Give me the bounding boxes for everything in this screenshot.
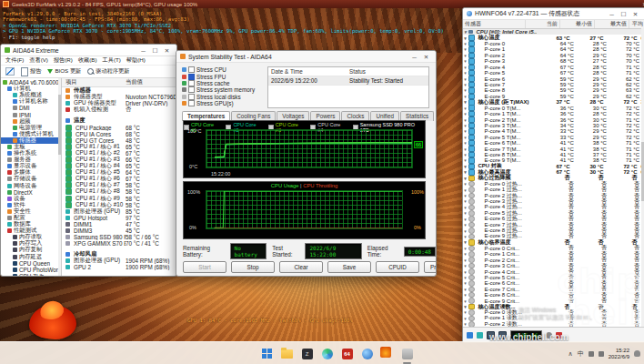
sensor-row[interactable]: CPU IA Cores 68 °C <box>62 131 176 137</box>
tree-item[interactable]: 安全性 <box>1 208 61 215</box>
minimize-icon[interactable]: ─ <box>606 9 618 19</box>
driver-update-button[interactable]: 驱动程序更新 <box>87 67 129 76</box>
aida64-taskbar-button[interactable]: 64 <box>340 347 354 360</box>
hwinfo-sensor-row[interactable]: ▾ P-core 1 64 °C 28 °C 72 °C 66 °C <box>463 46 644 52</box>
hwinfo-sensor-row[interactable]: ▾ 核心温度 (距 TjMAX) 37 °C 28 °C 72 °C 37 °C <box>463 99 644 105</box>
layout-arrows-icon[interactable] <box>477 332 483 339</box>
expand-arrow-icon[interactable]: ▾ <box>463 169 468 175</box>
sensor-row[interactable]: XPG GAMMIX S70 BLADE 70 °C / 41 °C <box>62 240 176 247</box>
expand-arrow-icon[interactable]: ▾ <box>463 41 468 46</box>
expand-arrow-icon[interactable]: ▾ <box>463 234 468 239</box>
tree-item[interactable]: DMI <box>1 105 61 111</box>
expand-arrow-icon[interactable]: ▾ <box>463 280 468 286</box>
tree-item[interactable]: CPU PhotoWorxx <box>1 267 61 273</box>
menu-item[interactable]: 查看(V) <box>29 56 48 65</box>
hwinfo-sensor-row[interactable]: ▾ E-core 6 T(M... 41 °C 38 °C 71 °C 42 °… <box>463 140 644 146</box>
action-button[interactable]: Clear <box>279 261 323 273</box>
stress-checkbox[interactable] <box>188 94 195 100</box>
stress-checkbox[interactable] <box>188 100 195 106</box>
expand-arrow-icon[interactable]: ▾ <box>463 65 468 70</box>
close-icon[interactable]: ✕ <box>420 52 432 62</box>
hwinfo-sensor-row[interactable]: ▾ E-core 6 59 °C 29 °C 62 °C 58 °C <box>463 76 644 81</box>
expand-arrow-icon[interactable]: ▾ <box>463 140 468 146</box>
tree-item[interactable]: 内存延迟 <box>1 254 61 260</box>
tray-overflow-chevron-icon[interactable]: ∧ <box>569 350 573 358</box>
expand-arrow-icon[interactable]: ▾ <box>463 292 468 298</box>
maximize-icon[interactable]: ☐ <box>149 46 161 56</box>
menu-item[interactable]: 报告(R) <box>54 56 73 65</box>
stress-option[interactable]: Stress system memory <box>182 86 255 93</box>
hwinfo-sensor-row[interactable]: ▾ E-core 8 T(M... 41 °C 37 °C 71 °C 42 °… <box>463 152 644 157</box>
expand-arrow-icon[interactable]: ▾ <box>463 111 468 116</box>
stability-test-titlebar[interactable]: System Stability Test - AIDA64 ─ ✕ <box>176 51 436 63</box>
volume-icon[interactable] <box>599 351 604 357</box>
sensor-row[interactable]: DIMM1 47 °C <box>62 221 176 228</box>
expand-arrow-icon[interactable]: ▾ <box>463 106 468 111</box>
expand-arrow-icon[interactable]: ▾ <box>463 157 468 163</box>
expand-arrow-icon[interactable]: ▾ <box>463 76 468 82</box>
tree-item[interactable]: 传感器 <box>1 137 61 144</box>
sensor-row[interactable]: 温度 <box>62 117 176 124</box>
action-button[interactable]: CPUID <box>376 261 419 273</box>
hwinfo-sensor-row[interactable]: ▾ 核心温度 63 °C 27 °C 72 °C 63 °C <box>463 35 644 40</box>
action-button[interactable]: Stop <box>231 261 275 273</box>
expand-arrow-icon[interactable]: ▾ <box>463 164 468 169</box>
network-icon[interactable] <box>589 351 594 357</box>
expand-arrow-icon[interactable]: ▾ <box>463 205 468 210</box>
hwinfo-taskbar-button[interactable] <box>360 347 374 360</box>
menu-item[interactable]: 收藏(B) <box>78 56 97 65</box>
tree-item[interactable]: 配置 <box>1 215 61 221</box>
expand-arrow-icon[interactable]: ▾ <box>463 181 468 187</box>
sensor-row[interactable]: 图形处理器 (GPU) 1904 RPM (68%) <box>62 258 176 264</box>
expand-arrow-icon[interactable]: ▾ <box>463 275 468 280</box>
expand-arrow-icon[interactable]: ▾ <box>463 263 468 268</box>
sensor-row[interactable]: DIMM3 45 °C <box>62 228 176 234</box>
expand-arrow-icon[interactable]: ▾ <box>463 152 468 157</box>
hwinfo-sensor-row[interactable]: ▾ P-core 5 T(M... 33 °C 29 °C 72 °C 33 °… <box>463 135 644 140</box>
notification-bell-icon[interactable] <box>634 350 640 357</box>
expand-arrow-icon[interactable]: ▾ <box>463 228 468 234</box>
sensor-row[interactable]: 图形处理器 (GPU) 85 °C <box>62 208 176 215</box>
menu-item[interactable]: 文件(F) <box>5 56 24 65</box>
hwinfo-sensor-row[interactable]: ▾ P-core 5 67 °C 28 °C 71 °C 67 °C <box>463 70 644 76</box>
sensor-row[interactable]: GPU 2 1900 RPM (68%) <box>62 264 176 270</box>
menu-item[interactable]: 帮助(H) <box>126 56 146 65</box>
hwinfo-sensor-row[interactable]: ▾ P-core 4 67 °C 28 °C 71 °C 66 °C <box>463 65 644 70</box>
aida64-titlebar[interactable]: AIDA64 Extreme ─ ☐ ✕ <box>1 45 176 56</box>
tree-item[interactable]: CPU Queen <box>1 260 61 267</box>
expand-arrow-icon[interactable]: ▾ <box>463 94 468 99</box>
tree-item[interactable]: CPU ZLib <box>1 273 61 277</box>
hwinfo-sensor-row[interactable]: ▾ P-core 0 64 °C 28 °C 70 °C 63 °C <box>463 41 644 46</box>
expand-arrow-icon[interactable]: ▾ <box>463 193 468 198</box>
log-row[interactable]: 2022/6/9 15:22:00 Stability Test: Starte… <box>268 76 428 86</box>
sensor-row[interactable]: Samsung SSD 980 PRO 1TB 58 °C / 66 °C <box>62 234 176 240</box>
close-icon[interactable]: ✕ <box>161 46 173 56</box>
hwinfo-titlebar[interactable]: HWiNFO64 v7.22-4731 — 传感器状态 ─ ☐ ✕ <box>463 8 644 20</box>
stress-checkbox[interactable] <box>188 80 195 86</box>
tree-item[interactable]: 网络设备 <box>1 183 61 189</box>
expand-arrow-icon[interactable]: ▾ <box>463 70 468 76</box>
expand-arrow-icon[interactable]: ▾ <box>463 87 468 93</box>
hwinfo-sensor-row[interactable]: ▾ E-core 8 59 °C 29 °C 63 °C 58 °C <box>463 87 644 93</box>
expand-arrow-icon[interactable]: ▾ <box>463 217 468 222</box>
stress-option[interactable]: Stress FPU <box>182 73 255 79</box>
stress-checkbox[interactable] <box>188 66 195 73</box>
expand-arrow-icon[interactable]: ▾ <box>463 198 468 204</box>
tree-item[interactable]: 显示设备 <box>1 163 61 169</box>
hwinfo-sensor-row[interactable]: ▾ P-core 1 T(M... 36 °C 28 °C 72 °C 34 °… <box>463 111 644 116</box>
browser-button[interactable] <box>320 347 334 360</box>
sensor-row[interactable]: GPU Hotspot 97 °C <box>62 215 176 221</box>
report-button[interactable]: 报告 <box>21 67 41 76</box>
menu-item[interactable]: 工具(T) <box>103 56 121 65</box>
tree-item[interactable]: AIDA64 v6.70.6000 <box>1 79 61 86</box>
chart-icon[interactable] <box>5 67 15 76</box>
expand-arrow-icon[interactable]: ▾ <box>463 35 468 41</box>
expand-arrow-icon[interactable]: ▾ <box>463 99 468 105</box>
expand-arrow-icon[interactable]: ▾ <box>463 123 468 128</box>
furmark-taskbar-button[interactable] <box>380 347 394 360</box>
stress-checkbox[interactable] <box>188 86 195 93</box>
close-icon[interactable]: ✕ <box>629 9 641 19</box>
active-app-button[interactable] <box>400 347 414 360</box>
action-button[interactable]: Save <box>327 261 371 273</box>
expand-arrow-icon[interactable]: ▾ <box>463 304 468 309</box>
